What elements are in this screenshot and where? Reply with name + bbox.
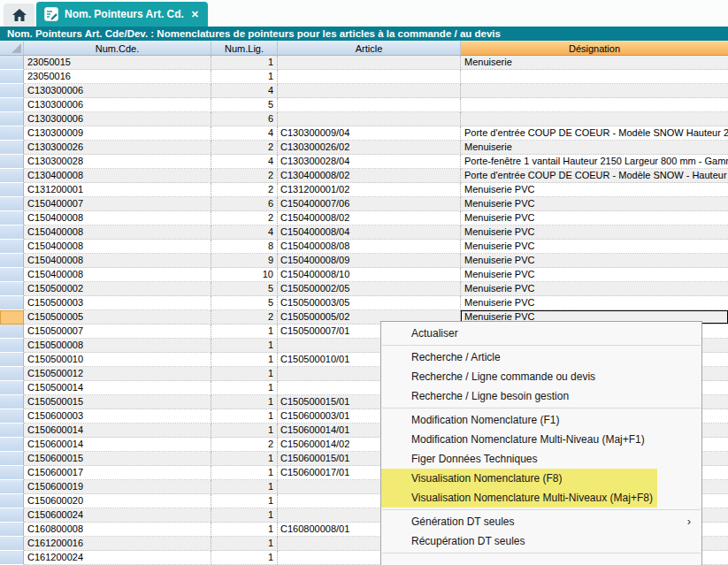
cell-num-lig[interactable]: 1 [211,324,278,339]
cell-article[interactable]: C150400008/02 [278,211,461,225]
tab-active[interactable]: Nom. Pointeurs Art. Cd... ✕ [36,2,208,27]
menu-item-recherche-ligne-besoin-gestion[interactable]: Recherche / Ligne besoin gestion [381,386,701,406]
cell-num-cde[interactable]: C150600017 [24,466,211,480]
cell-num-cde[interactable]: 23050016 [24,70,211,84]
cell-num-cde[interactable]: C150400007 [24,197,211,211]
row-header-cell[interactable] [0,282,24,296]
cell-num-lig[interactable]: 5 [211,296,278,310]
cell-num-lig[interactable]: 1 [211,523,278,537]
tab-home[interactable] [4,4,34,27]
cell-num-lig[interactable]: 1 [211,494,278,508]
cell-num-lig[interactable]: 2 [211,141,278,155]
row-header-cell[interactable] [0,310,24,324]
cell-num-lig[interactable]: 8 [211,240,278,254]
cell-designation[interactable]: Porte d'entrée COUP DE COEUR - Modèle SN… [461,169,728,183]
menu-item-modification-nomenclature-multi-niveau-maj-f1[interactable]: Modification Nomenclature Multi-Niveau (… [381,430,701,449]
cell-num-lig[interactable]: 9 [211,254,278,268]
menu-item-visualisation-nomenclature-multi-niveaux-maj-f8[interactable]: Visualisation Nomenclature Multi-Niveaux… [381,488,701,508]
row-header-cell[interactable] [0,56,24,70]
row-header-cell[interactable] [0,155,24,169]
cell-num-cde[interactable]: 23050015 [24,56,211,70]
cell-designation[interactable]: Menuiserie PVC [461,197,728,211]
cell-num-cde[interactable]: C150600014 [24,438,211,452]
cell-num-lig[interactable]: 4 [211,84,278,98]
cell-num-lig[interactable]: 1 [211,424,278,438]
row-header-cell[interactable] [0,324,24,339]
cell-designation[interactable] [461,112,728,126]
cell-num-cde[interactable]: C150400008 [24,211,211,225]
menu-item-figer-donn-es-techniques[interactable]: Figer Données Techniques [381,449,701,469]
row-header-cell[interactable] [0,211,24,225]
row-header-cell[interactable] [0,395,24,409]
cell-num-cde[interactable]: C150500008 [24,339,211,353]
cell-num-lig[interactable]: 5 [211,98,278,112]
cell-num-lig[interactable]: 10 [211,268,278,282]
column-header-designation[interactable]: Désignation [461,41,728,56]
cell-num-cde[interactable]: C150600014 [24,424,211,438]
row-header-cell[interactable] [0,480,24,494]
cell-designation[interactable]: Menuiserie PVC [461,268,728,282]
cell-num-cde[interactable]: C130300009 [24,126,211,141]
cell-num-lig[interactable]: 1 [211,508,278,523]
cell-num-cde[interactable]: C131200001 [24,183,211,197]
cell-article[interactable]: C131200001/02 [278,183,461,197]
row-header-cell[interactable] [0,112,24,126]
row-header-cell[interactable] [0,381,24,395]
cell-num-lig[interactable]: 6 [211,112,278,126]
cell-num-cde[interactable]: C150400008 [24,225,211,240]
cell-num-lig[interactable]: 1 [211,452,278,466]
cell-article[interactable]: C130300009/04 [278,126,461,141]
menu-item-recherche-article[interactable]: Recherche / Article [381,347,701,367]
cell-num-cde[interactable]: C130300006 [24,112,211,126]
row-header-cell[interactable] [0,353,24,367]
cell-num-cde[interactable]: C150500005 [24,310,211,324]
row-header-cell[interactable] [0,508,24,523]
cell-article[interactable] [278,98,461,112]
row-header-cell[interactable] [0,452,24,466]
row-header-cell[interactable] [0,197,24,211]
cell-article[interactable]: C150400008/04 [278,225,461,240]
cell-num-cde[interactable]: C161200016 [24,537,211,551]
cell-num-cde[interactable]: C130300028 [24,155,211,169]
row-header-cell[interactable] [0,240,24,254]
cell-num-lig[interactable]: 1 [211,480,278,494]
cell-num-lig[interactable]: 2 [211,310,278,324]
row-header-cell[interactable] [0,268,24,282]
cell-num-lig[interactable]: 2 [211,438,278,452]
cell-designation[interactable]: Menuiserie [461,141,728,155]
cell-article[interactable]: C150400008/10 [278,268,461,282]
cell-num-cde[interactable]: C161200024 [24,551,211,565]
cell-num-cde[interactable]: C150500003 [24,296,211,310]
cell-num-cde[interactable]: C150600019 [24,480,211,494]
row-header-cell[interactable] [0,494,24,508]
cell-num-lig[interactable]: 1 [211,70,278,84]
cell-article[interactable]: C150400007/06 [278,197,461,211]
cell-num-lig[interactable]: 6 [211,197,278,211]
cell-num-cde[interactable]: C150600015 [24,452,211,466]
cell-article[interactable]: C130300026/02 [278,141,461,155]
cell-article[interactable]: C150400008/08 [278,240,461,254]
row-header-cell[interactable] [0,169,24,183]
cell-num-lig[interactable]: 2 [211,183,278,197]
tab-close-icon[interactable]: ✕ [190,9,200,20]
cell-num-cde[interactable]: C150400008 [24,240,211,254]
row-header-cell[interactable] [0,438,24,452]
cell-designation[interactable]: Menuiserie PVC [461,254,728,268]
cell-num-cde[interactable]: C130300006 [24,98,211,112]
cell-num-lig[interactable]: 1 [211,537,278,551]
row-header-cell[interactable] [0,409,24,424]
row-header-cell[interactable] [0,296,24,310]
cell-designation[interactable]: Menuiserie PVC [461,296,728,310]
cell-num-lig[interactable]: 1 [211,56,278,70]
row-header-cell[interactable] [0,537,24,551]
cell-article[interactable]: C150500003/05 [278,296,461,310]
cell-num-cde[interactable]: C150500014 [24,381,211,395]
cell-num-cde[interactable]: C150400008 [24,268,211,282]
cell-num-cde[interactable]: C130300006 [24,84,211,98]
cell-designation[interactable]: Menuiserie PVC [461,282,728,296]
cell-num-lig[interactable]: 4 [211,126,278,141]
cell-article[interactable] [278,70,461,84]
column-header-num-lig[interactable]: Num.Lig. [211,41,278,56]
row-header-cell[interactable] [0,225,24,240]
cell-num-lig[interactable]: 1 [211,339,278,353]
